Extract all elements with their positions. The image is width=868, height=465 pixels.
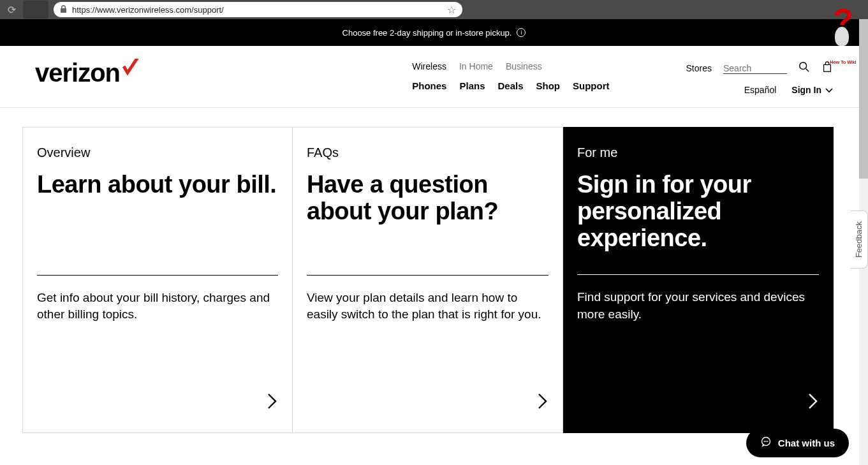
nav-business[interactable]: Business (506, 61, 542, 71)
signin-label: Sign In (791, 85, 821, 95)
nav-shop[interactable]: Shop (536, 80, 561, 91)
card-body: View your plan details and learn how to … (307, 290, 548, 323)
card-overview[interactable]: Overview Learn about your bill. Get info… (22, 127, 293, 433)
logo[interactable]: verizon (35, 59, 140, 87)
card-title: Sign in for your personalized experience… (577, 172, 819, 251)
search-field[interactable] (723, 63, 787, 74)
chat-label: Chat with us (778, 438, 835, 448)
url-text: https://www.verizonwireless.com/support/ (72, 5, 442, 15)
watermark-label: How To Wiki (827, 60, 859, 64)
utility-nav: Stores Español Sign In (686, 59, 833, 96)
svg-point-0 (800, 63, 807, 70)
feedback-tab[interactable]: Feedback (850, 210, 868, 269)
logo-text: verizon (35, 59, 120, 87)
promo-text: Choose free 2-day shipping or in-store p… (342, 28, 512, 38)
chevron-right-icon[interactable] (807, 392, 819, 415)
card-body: Get info about your bill history, charge… (37, 290, 278, 323)
card-forme[interactable]: For me Sign in for your personalized exp… (563, 127, 834, 433)
nav-wireless[interactable]: Wireless (412, 61, 446, 71)
chat-icon (760, 436, 772, 450)
browser-decoration (23, 1, 48, 18)
support-cards: Overview Learn about your bill. Get info… (0, 108, 868, 433)
search-icon[interactable] (798, 61, 810, 75)
main-nav: Wireless In Home Business Phones Plans D… (412, 59, 609, 91)
signin-button[interactable]: Sign In (791, 84, 833, 96)
nav-deals[interactable]: Deals (498, 80, 524, 91)
card-title: Learn about your bill. (37, 172, 278, 198)
stores-link[interactable]: Stores (686, 63, 712, 73)
chevron-right-icon[interactable] (537, 392, 548, 415)
chat-widget[interactable]: Chat with us (746, 429, 849, 457)
address-bar[interactable]: https://www.verizonwireless.com/support/… (54, 2, 462, 17)
card-eyebrow: FAQs (307, 145, 548, 160)
card-body: Find support for your services and devic… (577, 289, 819, 323)
divider (577, 274, 819, 275)
howtowiki-watermark: ? How To Wiki (827, 8, 859, 64)
divider (307, 275, 548, 276)
card-faqs[interactable]: FAQs Have a question about your plan? Vi… (293, 127, 563, 433)
question-mark-icon: ? (827, 8, 859, 34)
info-icon[interactable]: i (517, 28, 526, 37)
lock-icon (60, 5, 67, 15)
svg-point-6 (767, 441, 768, 442)
star-icon[interactable]: ☆ (447, 4, 456, 16)
svg-point-4 (763, 441, 765, 442)
checkmark-icon (121, 59, 140, 78)
search-input[interactable] (723, 63, 774, 73)
divider (37, 275, 278, 276)
chevron-down-icon (825, 84, 833, 96)
browser-chrome: ⟳ https://www.verizonwireless.com/suppor… (0, 0, 868, 19)
card-eyebrow: For me (577, 145, 819, 160)
site-header: verizon Wireless In Home Business Phones… (0, 46, 868, 108)
svg-rect-2 (824, 64, 831, 71)
card-title: Have a question about your plan? (307, 172, 548, 225)
promo-banner: Choose free 2-day shipping or in-store p… (0, 19, 868, 46)
svg-point-5 (765, 441, 767, 442)
card-eyebrow: Overview (37, 145, 278, 160)
nav-support[interactable]: Support (573, 80, 610, 91)
nav-phones[interactable]: Phones (412, 80, 446, 91)
svg-line-1 (806, 69, 809, 72)
chevron-right-icon[interactable] (267, 392, 278, 415)
espanol-link[interactable]: Español (744, 85, 777, 95)
refresh-icon[interactable]: ⟳ (5, 4, 18, 16)
scrollbar-thumb[interactable] (859, 19, 868, 179)
nav-plans[interactable]: Plans (459, 80, 485, 91)
nav-inhome[interactable]: In Home (459, 61, 493, 71)
